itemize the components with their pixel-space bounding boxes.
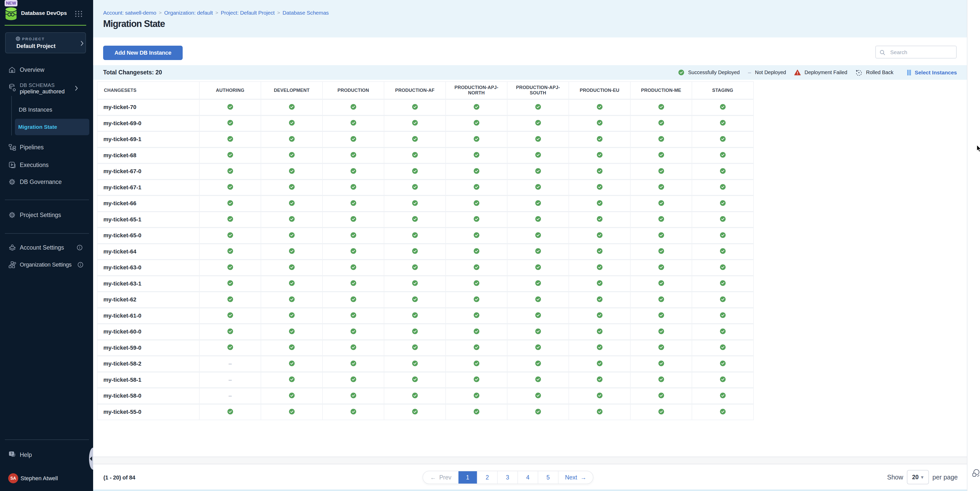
svg-text:?: ? (11, 452, 12, 456)
